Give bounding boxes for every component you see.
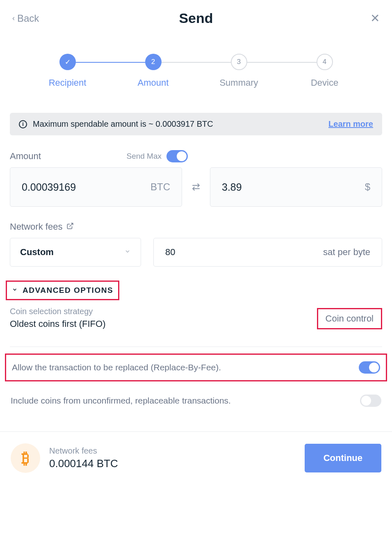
crypto-amount-unit: BTC [150, 181, 170, 193]
footer-fees-value: 0.000144 BTC [49, 457, 118, 470]
fiat-amount-input[interactable]: 3.89 $ [210, 167, 382, 207]
step-recipient-label: Recipient [49, 78, 87, 88]
step-device-circle: 4 [317, 54, 333, 70]
banner-text: Maximum spendable amount is ~ 0.0003917 … [33, 119, 213, 129]
coin-strategy-value: Oldest coins first (FIFO) [10, 319, 105, 329]
step-device-label: Device [311, 78, 338, 88]
coin-control-button[interactable]: Coin control [317, 308, 382, 329]
send-max-label: Send Max [126, 152, 162, 161]
rbf-toggle[interactable] [359, 361, 380, 374]
fee-rate-value: 80 [165, 247, 175, 258]
close-icon: ✕ [370, 12, 380, 25]
network-fees-label: Network fees [10, 221, 62, 232]
step-amount-circle[interactable]: 2 [145, 54, 162, 70]
step-summary-circle: 3 [231, 54, 247, 70]
external-link-icon[interactable] [66, 222, 74, 231]
learn-more-link[interactable]: Learn more [328, 119, 373, 129]
step-summary-label: Summary [219, 78, 258, 88]
continue-button[interactable]: Continue [305, 444, 381, 472]
chevron-down-icon [124, 248, 131, 256]
fiat-amount-unit: $ [365, 181, 370, 193]
fee-rate-unit: sat per byte [323, 247, 370, 258]
info-banner: i Maximum spendable amount is ~ 0.000391… [10, 113, 382, 135]
fiat-amount-value: 3.89 [222, 181, 242, 193]
coin-strategy-label: Coin selection strategy [10, 307, 105, 316]
chevron-left-icon: ‹ [12, 14, 15, 23]
divider [10, 347, 382, 347]
back-label: Back [17, 13, 39, 24]
fee-dropdown-value: Custom [20, 247, 54, 258]
unconfirmed-toggle[interactable] [360, 395, 381, 407]
footer: ₿ Network fees 0.000144 BTC Continue [0, 431, 392, 484]
back-button[interactable]: ‹ Back [12, 13, 39, 24]
rbf-option: Allow the transaction to be replaced (Re… [5, 354, 387, 381]
amount-label: Amount [10, 151, 41, 162]
bitcoin-icon: ₿ [11, 443, 40, 473]
chevron-down-icon [12, 287, 18, 294]
unconfirmed-option: Include coins from unconfirmed, replacea… [5, 388, 387, 413]
check-icon: ✓ [65, 58, 71, 66]
swap-icon[interactable]: ⇄ [192, 181, 200, 193]
fee-rate-input[interactable]: 80 sat per byte [153, 238, 382, 267]
info-icon: i [19, 120, 27, 128]
footer-fees-label: Network fees [49, 446, 118, 456]
unconfirmed-label: Include coins from unconfirmed, replacea… [11, 396, 231, 406]
fee-level-dropdown[interactable]: Custom [10, 238, 141, 267]
page-title: Send [179, 10, 213, 26]
advanced-options-label: ADVANCED OPTIONS [23, 286, 113, 295]
crypto-amount-value: 0.00039169 [22, 181, 76, 193]
step-amount-label: Amount [138, 78, 169, 88]
svg-line-0 [70, 223, 73, 226]
step-recipient-circle[interactable]: ✓ [59, 54, 76, 70]
stepper: ✓ Recipient 2 Amount 3 Summary 4 Device [0, 29, 392, 92]
send-max-toggle[interactable] [166, 150, 188, 162]
advanced-options-toggle[interactable]: ADVANCED OPTIONS [6, 281, 119, 300]
rbf-label: Allow the transaction to be replaced (Re… [12, 363, 221, 372]
crypto-amount-input[interactable]: 0.00039169 BTC [10, 167, 182, 207]
close-button[interactable]: ✕ [370, 11, 380, 25]
